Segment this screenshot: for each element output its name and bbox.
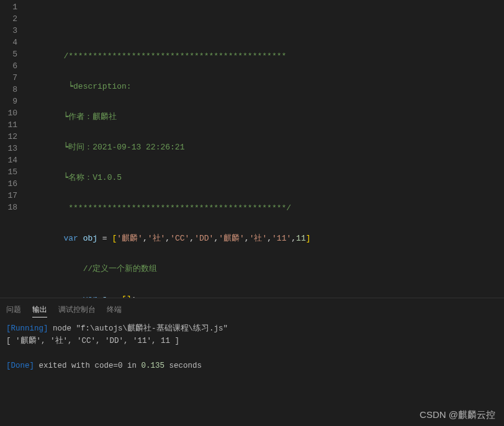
line-number: 14 [0, 154, 17, 166]
comment: ┕名称：V1.0.5 [63, 173, 122, 182]
tab-problems[interactable]: 问题 [6, 304, 21, 317]
line-number: 2 [0, 13, 17, 25]
panel-tabs: 问题 输出 调试控制台 终端 [6, 302, 498, 322]
tab-output[interactable]: 输出 [32, 304, 47, 317]
code-content[interactable]: /***************************************… [25, 0, 504, 298]
output-result: [ '麒麟', '社', 'CC', 'DD', '11', 11 ] [6, 335, 498, 347]
line-number: 13 [0, 143, 17, 154]
comment: /***************************************… [63, 51, 286, 61]
running-label: [Running] [6, 324, 48, 333]
editor-area: 1 2 3 4 5 6 7 8 9 10 11 12 13 14 15 16 1… [0, 0, 504, 298]
comment: ┕时间：2021-09-13 22:26:21 [63, 143, 184, 152]
comment: ┕description: [63, 82, 131, 91]
line-number: 1 [0, 1, 17, 13]
line-number: 11 [0, 119, 17, 131]
tab-debug-console[interactable]: 调试控制台 [58, 304, 96, 317]
bottom-panel: 问题 输出 调试控制台 终端 [Running] node "f:\autojs… [0, 298, 504, 376]
line-number: 10 [0, 107, 17, 119]
comment: ****************************************… [63, 203, 291, 213]
watermark: CSDN @麒麟云控 [420, 409, 495, 421]
output-content[interactable]: [Running] node "f:\autojs\麒麟社-基础课程\练习.js… [6, 322, 498, 372]
line-number: 9 [0, 95, 17, 107]
line-number: 6 [0, 60, 17, 72]
running-path: "f:\autojs\麒麟社-基础课程\练习.js" [76, 324, 228, 333]
line-number: 7 [0, 72, 17, 84]
line-number: 15 [0, 166, 17, 178]
line-number: 5 [0, 48, 17, 60]
line-gutter: 1 2 3 4 5 6 7 8 9 10 11 12 13 14 15 16 1… [0, 0, 25, 298]
line-number: 18 [0, 202, 17, 213]
tab-terminal[interactable]: 终端 [107, 304, 122, 317]
line-number: 17 [0, 190, 17, 202]
done-label: [Done] [6, 362, 34, 370]
line-number: 3 [0, 25, 17, 37]
line-number: 4 [0, 37, 17, 48]
line-number: 12 [0, 131, 17, 143]
line-number: 16 [0, 178, 17, 190]
comment: ┕作者：麒麟社 [63, 112, 117, 122]
comment: //定义一个新的数组 [83, 264, 158, 273]
line-number: 8 [0, 84, 17, 95]
